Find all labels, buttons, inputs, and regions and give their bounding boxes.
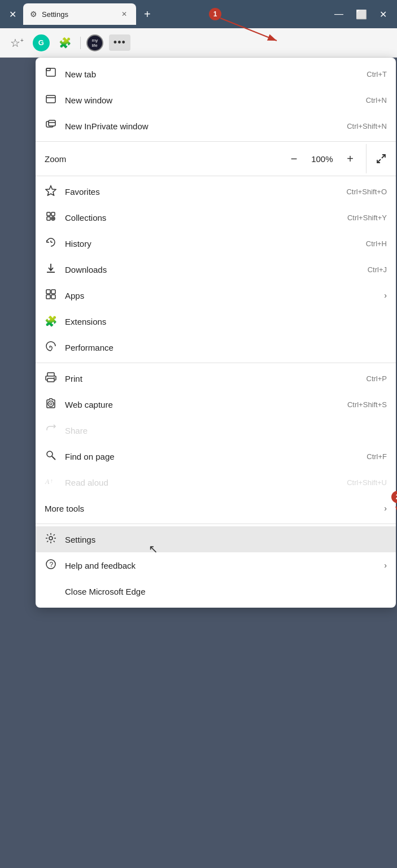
new-window-icon <box>45 93 57 107</box>
menu-item-help-feedback[interactable]: ? Help and feedback › <box>36 552 396 578</box>
menu-item-print[interactable]: Print Ctrl+P <box>36 365 396 391</box>
svg-point-30 <box>50 403 52 405</box>
web-capture-shortcut: Ctrl+Shift+S <box>347 400 387 409</box>
downloads-label: Downloads <box>65 265 360 274</box>
browser-menu: New tab Ctrl+T New window Ctrl+N New InP… <box>36 58 396 608</box>
web-capture-icon <box>45 398 57 412</box>
divider-4 <box>36 524 396 524</box>
tab-settings-icon: ⚙ <box>30 10 37 19</box>
svg-text:?: ? <box>50 560 54 568</box>
close-btn[interactable]: ✕ <box>374 6 392 23</box>
zoom-fullscreen-btn[interactable] <box>366 144 387 173</box>
menu-item-performance[interactable]: Performance <box>36 334 396 360</box>
svg-point-37 <box>49 536 53 540</box>
new-tab-icon <box>45 67 57 81</box>
menu-item-close-edge[interactable]: Close Microsoft Edge <box>36 578 396 604</box>
svg-rect-26 <box>47 373 54 376</box>
new-inprivate-icon <box>45 119 57 133</box>
collections-label: Collections <box>65 213 339 223</box>
menu-item-downloads[interactable]: Downloads Ctrl+J <box>36 256 396 282</box>
apps-submenu-arrow: › <box>384 291 387 300</box>
active-tab[interactable]: ⚙ Settings ✕ <box>23 3 136 25</box>
new-tab-button[interactable]: + <box>138 6 156 23</box>
read-aloud-label: Read aloud <box>65 478 339 487</box>
help-feedback-icon: ? <box>45 559 57 573</box>
more-tools-submenu-arrow: › <box>384 504 387 513</box>
menu-item-collections[interactable]: Collections Ctrl+Shift+Y <box>36 204 396 230</box>
favorites-label: Favorites <box>65 187 338 197</box>
downloads-icon <box>45 263 57 277</box>
help-feedback-submenu-arrow: › <box>384 561 387 570</box>
menu-item-apps[interactable]: Apps › <box>36 282 396 308</box>
extensions-puzzle-icon[interactable]: 🧩 <box>55 34 75 51</box>
menu-item-find-on-page[interactable]: Find on page Ctrl+F <box>36 443 396 469</box>
svg-rect-3 <box>46 68 50 71</box>
apps-icon <box>45 289 57 303</box>
more-tools-label: More tools <box>45 504 372 513</box>
performance-label: Performance <box>65 343 387 352</box>
minimize-btn[interactable]: — <box>329 6 349 23</box>
new-window-label: New window <box>65 95 358 105</box>
favorites-star-icon[interactable]: ☆+ <box>7 34 27 52</box>
titlebar-window-controls: — ⬜ ✕ <box>329 6 392 23</box>
menu-item-extensions[interactable]: 🧩 Extensions <box>36 308 396 334</box>
svg-point-29 <box>48 401 54 407</box>
menu-item-new-inprivate[interactable]: New InPrivate window Ctrl+Shift+N <box>36 113 396 139</box>
svg-rect-24 <box>46 295 50 299</box>
menu-item-new-window[interactable]: New window Ctrl+N <box>36 87 396 113</box>
svg-rect-25 <box>51 295 55 299</box>
menu-item-read-aloud: A ↑ Read aloud Ctrl+Shift+U <box>36 469 396 495</box>
svg-rect-4 <box>46 95 55 103</box>
svg-rect-23 <box>51 290 55 294</box>
history-shortcut: Ctrl+H <box>366 239 387 248</box>
settings-label: Settings <box>65 535 387 544</box>
svg-rect-14 <box>47 217 50 220</box>
new-tab-shortcut: Ctrl+T <box>367 70 387 78</box>
divider-2 <box>36 176 396 176</box>
tab-close-btn[interactable]: ✕ <box>119 9 129 19</box>
downloads-shortcut: Ctrl+J <box>368 265 387 274</box>
read-aloud-shortcut: Ctrl+Shift+U <box>347 478 387 487</box>
annotation-2-circle: 2 <box>391 491 397 503</box>
divider-3 <box>36 363 396 363</box>
new-tab-label: New tab <box>65 69 359 79</box>
favorites-shortcut: Ctrl+Shift+O <box>346 187 387 196</box>
svg-rect-27 <box>47 378 54 382</box>
svg-rect-12 <box>47 212 50 216</box>
browser-toolbar: ☆+ G 🧩 mylife ••• <box>0 28 397 58</box>
extensions-icon: 🧩 <box>45 315 57 328</box>
read-aloud-icon: A ↑ <box>45 476 57 490</box>
profile-avatar[interactable]: mylife <box>86 34 103 51</box>
divider-1 <box>36 141 396 142</box>
restore-btn[interactable]: ⬜ <box>350 6 373 23</box>
svg-text:A: A <box>45 478 50 486</box>
zoom-controls: − 100% + <box>287 152 357 165</box>
titlebar: ✕ ⚙ Settings ✕ + 1 — ⬜ ✕ <box>0 0 397 28</box>
find-on-page-label: Find on page <box>65 452 359 461</box>
svg-line-32 <box>52 456 55 460</box>
svg-text:↑: ↑ <box>50 478 53 484</box>
zoom-in-btn[interactable]: + <box>343 152 357 165</box>
favorites-icon <box>45 185 57 199</box>
zoom-out-btn[interactable]: − <box>287 152 301 165</box>
collections-shortcut: Ctrl+Shift+Y <box>347 213 387 222</box>
grammarly-extension-icon[interactable]: G <box>33 34 50 51</box>
menu-item-more-tools[interactable]: More tools › 2 <box>36 495 396 521</box>
svg-point-28 <box>54 377 55 378</box>
new-inprivate-label: New InPrivate window <box>65 121 339 131</box>
annotation-1-circle: 1 <box>209 8 221 20</box>
menu-item-web-capture[interactable]: Web capture Ctrl+Shift+S <box>36 391 396 417</box>
menu-item-favorites[interactable]: Favorites Ctrl+Shift+O <box>36 178 396 204</box>
menu-item-history[interactable]: History Ctrl+H <box>36 230 396 256</box>
menu-item-new-tab[interactable]: New tab Ctrl+T <box>36 61 396 87</box>
settings-menu-dots-btn[interactable]: ••• <box>109 34 130 51</box>
share-label: Share <box>65 426 387 435</box>
menu-item-settings[interactable]: Settings ↖ <box>36 526 396 552</box>
svg-marker-11 <box>46 186 56 195</box>
svg-rect-7 <box>49 120 55 126</box>
print-shortcut: Ctrl+P <box>367 374 387 383</box>
window-close-left-btn[interactable]: ✕ <box>5 6 21 23</box>
svg-rect-13 <box>51 212 55 216</box>
svg-point-31 <box>47 451 53 457</box>
history-label: History <box>65 239 358 248</box>
